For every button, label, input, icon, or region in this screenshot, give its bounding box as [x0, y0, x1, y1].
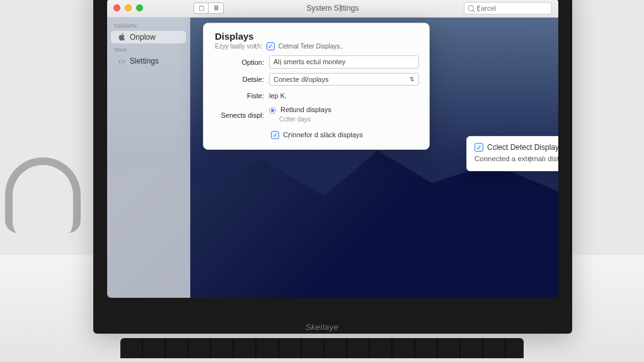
radio-option-2-sub: Cclter days — [269, 116, 419, 123]
titlebar: ▢ ≣ System Sḷttings — [107, 0, 558, 18]
toolbar-back-button[interactable]: ▢ — [193, 3, 209, 14]
subrow-label: Eżyy laatly volṭh: — [215, 43, 263, 50]
headphones-prop — [5, 157, 81, 233]
option-value: Alị smerts ectul montey — [273, 58, 345, 65]
minimize-icon[interactable] — [125, 4, 132, 11]
panel-title: Displays — [215, 31, 419, 42]
toolbar-segmented: ▢ ≣ — [193, 3, 224, 14]
row-label: Senects displ: — [215, 111, 264, 119]
radio-icon — [269, 107, 276, 114]
senects-radio-group: Retlund displays Cclter days — [269, 106, 419, 125]
detect-displays-callout: ✓ Cclect Detect Displays: Connected a ex… — [466, 136, 558, 171]
search-input[interactable] — [476, 4, 548, 12]
sidebar-section-label: Yews — [107, 44, 190, 54]
zoom-icon[interactable] — [136, 4, 143, 11]
row-label: Fiste: — [215, 92, 264, 99]
apple-icon — [117, 33, 126, 42]
search-icon — [468, 5, 474, 11]
subrow-checkbox[interactable]: ✓ — [267, 42, 275, 50]
row-label: Detsie: — [215, 76, 264, 83]
callout-title: Cclect Detect Displays: — [487, 143, 558, 152]
sidebar-item-slettings[interactable]: ▭ Slettings — [111, 55, 186, 67]
settings-window: ▢ ≣ System Sḷttings Ysdulⅽhs — [107, 0, 558, 298]
sidebar-item-label: Onplow — [130, 33, 156, 42]
row-label: Option: — [215, 59, 264, 66]
row-detsic: Detsie: Conecte dl/oplays ⇅ — [215, 73, 419, 86]
screen: ▢ ≣ System Sḷttings Ysdulⅽhs — [107, 0, 558, 298]
folder-icon: ▭ — [117, 57, 126, 65]
sidebar-item-onplow[interactable]: Onplow — [111, 31, 186, 43]
close-icon[interactable] — [113, 4, 120, 11]
select-value: Conecte dl/oplays — [273, 76, 328, 83]
search-field[interactable] — [464, 2, 552, 14]
callout-body: Connected a extẹrnalı distways. — [474, 154, 558, 163]
laptop-brand: Skellaye — [305, 322, 338, 332]
panel-subtitle-row: Eżyy laatly volṭh: ✓ Cetrnal Teter Displ… — [215, 42, 419, 50]
radio-option-1[interactable]: Retlund displays — [269, 106, 419, 114]
sidebar-section-label: Ysdulⅽhs — [107, 20, 190, 30]
sidebar-toggle-icon: ▢ — [198, 4, 204, 11]
laptop-frame: ▢ ≣ System Sḷttings Ysdulⅽhs — [93, 0, 572, 334]
option-input[interactable]: Alị smerts ectul montey — [269, 55, 419, 69]
bottom-checkbox[interactable]: ✓ — [271, 131, 279, 139]
keyboard-keys — [120, 338, 524, 358]
chevron-updown-icon: ⇅ — [410, 76, 415, 82]
row-fiste: Fiste: lep K. — [215, 90, 419, 101]
window-controls — [113, 4, 143, 11]
fiste-value: lep K. — [269, 90, 287, 101]
sidebar-item-label: Slettings — [130, 57, 159, 65]
grid-icon: ≣ — [214, 4, 219, 11]
row-option: Option: Alị smerts ectul montey — [215, 55, 419, 69]
displays-panel: Displays Eżyy laatly volṭh: ✓ Cetrnal Te… — [203, 23, 430, 150]
bottom-check-label: Cṛinnefor d slàck displays — [283, 131, 363, 139]
bottom-check-row[interactable]: ✓ Cṛinnefor d slàck displays — [215, 131, 419, 139]
toolbar-forward-button[interactable]: ≣ — [209, 3, 224, 14]
row-senects: Senects displ: Retlund displays Cclter d… — [215, 106, 419, 125]
detsic-select[interactable]: Conecte dl/oplays ⇅ — [269, 73, 419, 86]
subrow-checkbox-label: Cetrnal Teter Displays.. — [279, 43, 343, 50]
sidebar: Ysdulⅽhs Onplow Yews ▭ Slettings — [107, 18, 190, 298]
radio-label: Retlund displays — [280, 106, 331, 113]
callout-header: ✓ Cclect Detect Displays: — [474, 143, 558, 152]
callout-checkbox[interactable]: ✓ — [474, 143, 483, 152]
